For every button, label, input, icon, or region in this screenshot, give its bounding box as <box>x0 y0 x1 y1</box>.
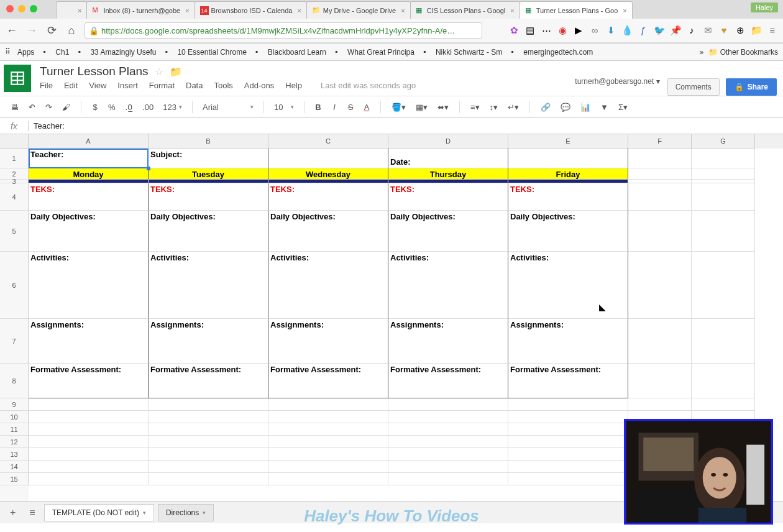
browser-tab[interactable]: ▦Turner Lesson Plans - Goo× <box>520 1 633 19</box>
cell[interactable] <box>268 448 388 461</box>
menu-help[interactable]: Help <box>285 81 302 90</box>
ext-icon[interactable]: ⋯ <box>541 25 552 36</box>
close-tab-icon[interactable]: × <box>185 7 189 14</box>
cell[interactable] <box>268 411 388 423</box>
cell[interactable]: Formative Assessment: <box>29 364 149 398</box>
ext-icon[interactable]: 📌 <box>670 25 681 36</box>
col-header[interactable]: A <box>29 134 149 149</box>
all-sheets-button[interactable]: ≡ <box>24 505 40 521</box>
menu-insert[interactable]: Insert <box>117 81 138 90</box>
cell[interactable] <box>628 364 692 398</box>
url-bar[interactable]: 🔒 https://docs.google.com/spreadsheets/d… <box>85 22 482 39</box>
cell[interactable] <box>149 398 268 411</box>
row-header[interactable]: 12 <box>0 436 29 448</box>
cell[interactable] <box>29 423 149 436</box>
menu-format[interactable]: Format <box>149 81 175 90</box>
cell[interactable]: TEKS: <box>388 183 508 211</box>
cell[interactable]: Formative Assessment: <box>388 364 508 398</box>
functions-icon[interactable]: Σ▾ <box>615 101 631 114</box>
cell[interactable]: Monday <box>29 168 149 180</box>
minimize-window[interactable] <box>18 5 25 12</box>
sheet-tab-menu-icon[interactable]: ▾ <box>203 510 206 516</box>
chart-icon[interactable]: 📊 <box>577 101 593 114</box>
cell[interactable]: Teacher: <box>29 149 149 168</box>
ext-icon[interactable]: ∞ <box>589 25 600 36</box>
cell[interactable] <box>508 461 628 473</box>
ext-icon[interactable]: 🐦 <box>654 25 665 36</box>
cell[interactable]: Assignments: <box>29 319 149 364</box>
ext-icon[interactable]: ƒ <box>638 25 649 36</box>
cell[interactable]: Daily Objectives: <box>388 211 508 252</box>
row-header[interactable]: 8 <box>0 364 29 398</box>
cell[interactable] <box>628 168 692 180</box>
cell[interactable]: Daily Objectives: <box>508 211 628 252</box>
bookmark[interactable]: ▪emergingedtech.com <box>511 47 593 57</box>
cell[interactable] <box>628 398 692 411</box>
browser-tab[interactable]: 📁My Drive - Google Drive× <box>306 1 411 19</box>
cell[interactable] <box>268 149 388 168</box>
cell[interactable]: Activities: <box>268 252 388 319</box>
cell[interactable]: Subject: <box>149 149 268 168</box>
cell[interactable] <box>268 398 388 411</box>
close-tab-icon[interactable]: × <box>78 7 81 14</box>
cell[interactable] <box>29 448 149 461</box>
cell[interactable] <box>628 252 692 319</box>
col-header[interactable]: E <box>508 134 628 149</box>
cell[interactable] <box>508 473 628 485</box>
row-header[interactable]: 6 <box>0 252 29 319</box>
cell[interactable] <box>388 423 508 436</box>
cell[interactable] <box>692 149 755 168</box>
cell[interactable] <box>268 436 388 448</box>
cell[interactable]: Wednesday <box>268 168 388 180</box>
formula-input[interactable]: Teacher: <box>29 121 65 131</box>
sheet-tab[interactable]: Directions▾ <box>158 504 214 521</box>
ext-icon[interactable]: 💧 <box>621 25 633 36</box>
other-bookmarks[interactable]: 📁 Other Bookmarks <box>708 48 778 57</box>
cell[interactable]: TEKS: <box>268 183 388 211</box>
cell[interactable] <box>508 149 628 168</box>
col-header[interactable]: C <box>268 134 388 149</box>
close-tab-icon[interactable]: × <box>623 7 626 14</box>
bookmark[interactable]: ▪Nikki Schwartz - Sm <box>423 47 502 57</box>
cell[interactable]: Activities: <box>29 252 149 319</box>
row-header[interactable]: 4 <box>0 183 29 211</box>
cell[interactable] <box>692 398 755 411</box>
cell[interactable] <box>508 398 628 411</box>
textcolor-icon[interactable]: A <box>360 101 373 114</box>
ext-icon[interactable]: ▶ <box>573 25 584 36</box>
cell[interactable]: Tuesday <box>149 168 268 180</box>
ext-icon[interactable]: ✿ <box>508 25 520 36</box>
sheet-tab[interactable]: TEMPLATE (Do NOT edit)▾ <box>44 504 154 521</box>
menu-view[interactable]: View <box>89 81 106 90</box>
add-sheet-button[interactable]: + <box>5 505 21 521</box>
cell[interactable] <box>149 473 268 485</box>
italic-icon[interactable]: I <box>328 101 341 114</box>
row-header[interactable]: 15 <box>0 473 29 485</box>
browser-tab[interactable]: ▦CIS Lesson Plans - Googl× <box>410 1 520 19</box>
folder-icon[interactable]: 📁 <box>170 66 182 78</box>
cell[interactable]: Activities: <box>149 252 268 319</box>
profile-badge[interactable]: Haley <box>751 2 778 12</box>
cell[interactable] <box>508 423 628 436</box>
ext-icon[interactable]: ♥ <box>718 25 730 36</box>
valign-icon[interactable]: ↕▾ <box>487 101 501 114</box>
cell[interactable] <box>628 211 692 252</box>
maximize-window[interactable] <box>30 5 37 12</box>
sheet-tab-menu-icon[interactable]: ▾ <box>143 510 146 516</box>
close-tab-icon[interactable]: × <box>297 7 301 14</box>
cell[interactable]: Assignments: <box>149 319 268 364</box>
user-email[interactable]: turnerh@gobearsgo.net ▾ <box>575 77 659 86</box>
ext-icon[interactable]: ♪ <box>686 25 697 36</box>
bookmark[interactable]: ▪10 Essential Chrome <box>165 47 246 57</box>
row-header[interactable]: 5 <box>0 211 29 252</box>
ext-icon[interactable]: ⬇ <box>605 25 616 36</box>
cell[interactable] <box>508 411 628 423</box>
print-icon[interactable]: 🖶 <box>7 101 22 114</box>
cell[interactable]: Activities: <box>508 252 628 319</box>
col-header[interactable]: B <box>149 134 268 149</box>
bookmark[interactable]: ▪What Great Principa <box>335 47 414 57</box>
currency-icon[interactable]: $ <box>89 101 101 114</box>
col-header[interactable]: D <box>388 134 508 149</box>
cell[interactable]: Formative Assessment: <box>268 364 388 398</box>
forward-button[interactable]: → <box>25 24 39 37</box>
